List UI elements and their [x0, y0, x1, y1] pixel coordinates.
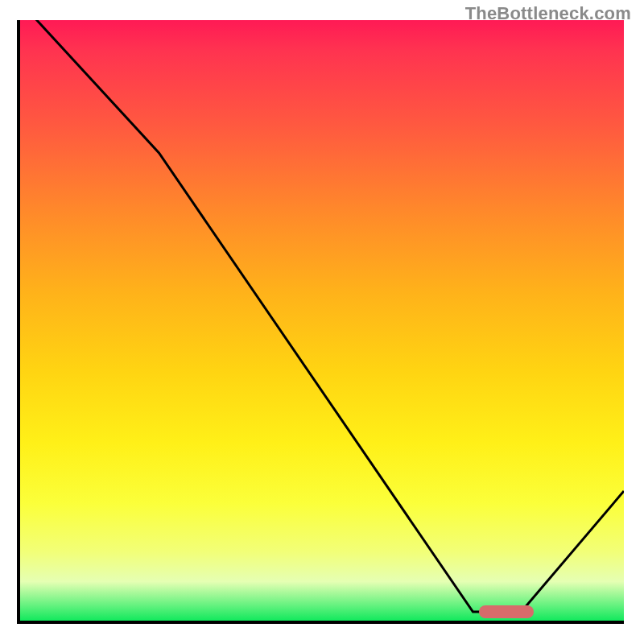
y-axis	[17, 20, 20, 624]
plot-gradient-area	[20, 20, 624, 624]
watermark-text: TheBottleneck.com	[465, 3, 631, 24]
x-axis	[20, 621, 624, 624]
optimal-range-marker	[479, 605, 534, 618]
